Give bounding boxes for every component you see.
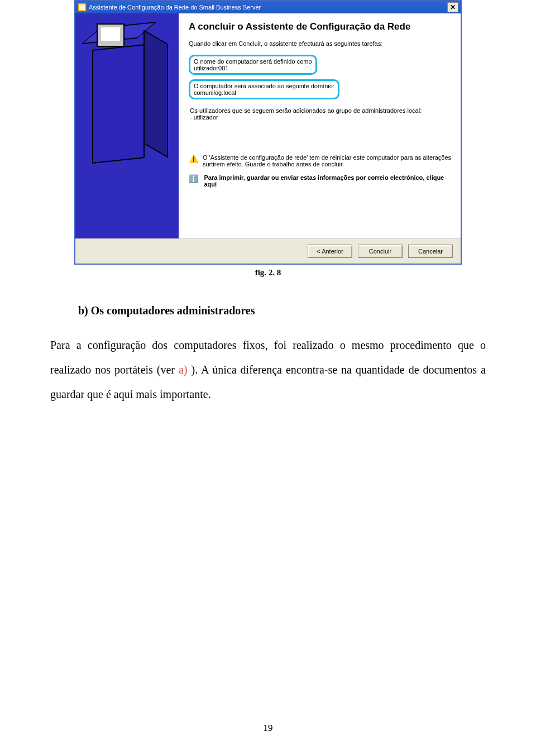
svg-rect-1 <box>79 4 85 10</box>
warning-text: O 'Assistente de configuração de rede' t… <box>203 154 452 168</box>
para-ref: a) <box>179 363 188 376</box>
cancel-button[interactable]: Cancelar <box>408 245 453 258</box>
warning-icon: ⚠️ <box>189 154 198 163</box>
restart-warning: ⚠️ O 'Assistente de configuração de rede… <box>189 154 452 168</box>
wizard-side-panel <box>75 13 179 238</box>
app-icon <box>78 3 87 12</box>
finish-label: Concluir <box>369 248 391 255</box>
task1-line1: O nome do computador será definido como <box>194 58 312 65</box>
figure-label: fig. 2. 8 <box>255 268 281 277</box>
section-heading: b) Os computadores administradores <box>78 304 536 317</box>
close-button[interactable]: ✕ <box>447 2 458 12</box>
task2-line2: comunilog.local <box>194 89 236 96</box>
back-label: < Anterior <box>317 248 343 255</box>
window-title: Assistente de Configuração da Rede do Sm… <box>89 4 261 11</box>
wizard-window: Assistente de Configuração da Rede do Sm… <box>74 0 462 265</box>
wizard-main-panel: A concluir o Assistente de Configuração … <box>179 13 461 238</box>
title-bar: Assistente de Configuração da Rede do Sm… <box>75 1 461 13</box>
task-computer-name: O nome do computador será definido como … <box>189 55 317 75</box>
section-paragraph: Para a configuração dos computadores fix… <box>50 333 486 406</box>
wizard-body: A concluir o Assistente de Configuração … <box>75 13 461 238</box>
close-icon: ✕ <box>450 4 456 11</box>
task-admins: Os utilizadores que se seguem serão adic… <box>189 105 452 121</box>
finish-button[interactable]: Concluir <box>358 245 403 258</box>
task3-line1: Os utilizadores que se seguem serão adic… <box>190 107 422 114</box>
wizard-intro: Quando clicar em Concluir, o assistente … <box>189 40 452 47</box>
button-bar: < Anterior Concluir Cancelar <box>75 238 461 264</box>
info-icon: ℹ️ <box>189 174 199 183</box>
page-number: 19 <box>0 722 536 734</box>
task-domain: O computador será associado ao seguinte … <box>189 79 339 99</box>
back-button[interactable]: < Anterior <box>308 245 352 258</box>
wizard-heading: A concluir o Assistente de Configuração … <box>189 21 452 32</box>
server-illustration <box>92 30 165 170</box>
task1-line2: utilizador001 <box>194 65 228 71</box>
figure-caption: fig. 2. 8 <box>0 268 536 277</box>
cancel-label: Cancelar <box>418 248 443 255</box>
task3-line2: - utilizador <box>190 114 218 121</box>
task2-line1: O computador será associado ao seguinte … <box>194 83 334 89</box>
info-text: Para imprimir, guardar ou enviar estas i… <box>204 174 452 188</box>
info-link[interactable]: ℹ️ Para imprimir, guardar ou enviar esta… <box>189 174 452 188</box>
